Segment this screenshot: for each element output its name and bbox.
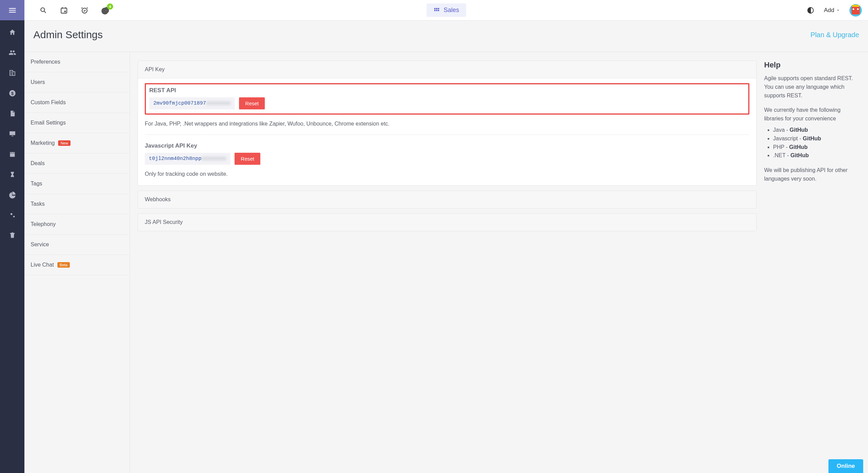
- github-link[interactable]: GitHub: [789, 144, 807, 150]
- alarm-check-icon[interactable]: [81, 7, 88, 14]
- sidenav-item-label: Tasks: [31, 201, 45, 207]
- svg-rect-10: [438, 8, 439, 9]
- settings-sidenav: PreferencesUsersCustom FieldsEmail Setti…: [24, 52, 130, 473]
- sidenav-item-label: Custom Fields: [31, 99, 66, 106]
- rest-reset-button[interactable]: Reset: [239, 97, 265, 109]
- building-icon[interactable]: [9, 69, 16, 77]
- js-api-description: Only for tracking code on website.: [145, 171, 749, 177]
- rest-api-label: REST API: [149, 87, 745, 94]
- help-lib-item: Java - GitHub: [773, 126, 860, 135]
- help-column: Help Agile supports open standard REST. …: [764, 61, 860, 464]
- search-icon[interactable]: [40, 7, 47, 14]
- help-title: Help: [764, 61, 860, 69]
- svg-rect-12: [436, 10, 437, 11]
- settings-gears-icon[interactable]: [9, 211, 16, 219]
- sidenav-item-label: Users: [31, 79, 45, 85]
- rest-api-highlight: REST API 2mv90fmjcp0071897xxxxxxxx Reset: [145, 83, 749, 115]
- help-outro: We will be publishing API for other lang…: [764, 166, 860, 183]
- sidenav-pill: New: [58, 140, 70, 146]
- webhooks-panel[interactable]: Webhooks: [138, 191, 757, 208]
- sidenav-item-users[interactable]: Users: [24, 72, 130, 93]
- pie-chart-icon[interactable]: [9, 191, 16, 198]
- add-label: Add: [824, 7, 834, 14]
- sidenav-item-telephony[interactable]: Telephony: [24, 214, 130, 235]
- sidenav-item-deals[interactable]: Deals: [24, 153, 130, 174]
- help-intro: Agile supports open standard REST. You c…: [764, 74, 860, 100]
- js-api-key[interactable]: t0jl2nnm40n2h8nppxxxxxxxx: [145, 153, 230, 165]
- hourglass-icon[interactable]: [9, 171, 15, 178]
- calendar-icon[interactable]: [9, 150, 16, 158]
- svg-rect-11: [434, 10, 435, 11]
- svg-rect-5: [61, 8, 67, 13]
- rest-api-description: For Java, PHP, .Net wrappers and integra…: [145, 121, 749, 127]
- github-link[interactable]: GitHub: [790, 127, 808, 133]
- topbar: 4 Sales Add: [24, 0, 868, 21]
- sidenav-item-custom-fields[interactable]: Custom Fields: [24, 93, 130, 113]
- analytics-icon[interactable]: 4: [101, 6, 110, 14]
- rest-api-key[interactable]: 2mv90fmjcp0071897xxxxxxxx: [149, 97, 235, 109]
- sidenav-item-label: Deals: [31, 160, 45, 166]
- plan-upgrade-link[interactable]: Plan & Upgrade: [811, 31, 859, 39]
- help-lib-item: .NET - GitHub: [773, 151, 860, 160]
- github-link[interactable]: GitHub: [790, 152, 809, 158]
- svg-point-2: [10, 213, 12, 215]
- page-title: Admin Settings: [33, 29, 103, 41]
- theme-toggle-icon[interactable]: [807, 7, 814, 14]
- github-link[interactable]: GitHub: [803, 136, 821, 141]
- sidenav-item-email-settings[interactable]: Email Settings: [24, 113, 130, 133]
- sidenav-item-preferences[interactable]: Preferences: [24, 52, 130, 72]
- notification-badge: 4: [107, 3, 113, 10]
- sidenav-item-label: Telephony: [31, 221, 56, 227]
- svg-point-4: [41, 8, 45, 11]
- page-header: Admin Settings Plan & Upgrade: [24, 21, 868, 52]
- sidenav-item-tags[interactable]: Tags: [24, 174, 130, 194]
- sidenav-item-label: Marketing: [31, 140, 55, 146]
- help-libs-intro: We currently have the following librarie…: [764, 106, 860, 123]
- people-icon[interactable]: [8, 49, 17, 56]
- home-icon[interactable]: [9, 29, 16, 36]
- sidenav-item-label: Service: [31, 241, 49, 248]
- sidenav-item-service[interactable]: Service: [24, 235, 130, 255]
- svg-rect-6: [64, 10, 66, 12]
- sidenav-pill: Beta: [57, 262, 70, 268]
- help-lib-item: PHP - GitHub: [773, 143, 860, 152]
- monitor-icon[interactable]: [9, 130, 16, 138]
- sales-dropdown[interactable]: Sales: [426, 3, 466, 17]
- svg-rect-8: [434, 8, 435, 9]
- calendar-event-icon[interactable]: [60, 7, 68, 14]
- dollar-icon[interactable]: $: [9, 89, 16, 97]
- grid-icon: [433, 7, 440, 13]
- trash-icon[interactable]: [9, 232, 16, 239]
- sidenav-item-tasks[interactable]: Tasks: [24, 194, 130, 214]
- sidenav-item-live-chat[interactable]: Live ChatBeta: [24, 255, 130, 275]
- sidenav-item-label: Tags: [31, 181, 42, 187]
- hamburger-icon: [8, 6, 17, 15]
- sales-label: Sales: [444, 7, 459, 14]
- panel-title: API Key: [138, 61, 756, 78]
- sidenav-item-label: Email Settings: [31, 120, 66, 126]
- add-dropdown[interactable]: Add: [824, 7, 840, 14]
- online-status-button[interactable]: Online: [828, 459, 863, 473]
- sidenav-item-marketing[interactable]: MarketingNew: [24, 133, 130, 153]
- sidenav-item-label: Live Chat: [31, 262, 54, 268]
- caret-down-icon: [836, 9, 840, 12]
- svg-text:$: $: [11, 91, 13, 96]
- api-key-panel: API Key REST API 2mv90fmjcp0071897xxxxxx…: [138, 61, 757, 186]
- left-rail: $: [0, 0, 24, 473]
- help-lib-item: Javascript - GitHub: [773, 135, 860, 143]
- user-avatar[interactable]: [849, 4, 862, 17]
- sidenav-item-label: Preferences: [31, 59, 60, 65]
- divider: [145, 135, 749, 135]
- document-icon[interactable]: [9, 110, 16, 117]
- js-api-label: Javascript API Key: [145, 142, 749, 149]
- svg-point-3: [13, 216, 15, 217]
- hamburger-button[interactable]: [0, 0, 24, 20]
- help-libs-list: Java - GitHubJavascript - GitHubPHP - Gi…: [764, 126, 860, 160]
- svg-rect-13: [438, 10, 439, 11]
- js-reset-button[interactable]: Reset: [235, 153, 260, 165]
- svg-rect-9: [436, 8, 437, 9]
- js-api-security-panel[interactable]: JS API Security: [138, 213, 757, 231]
